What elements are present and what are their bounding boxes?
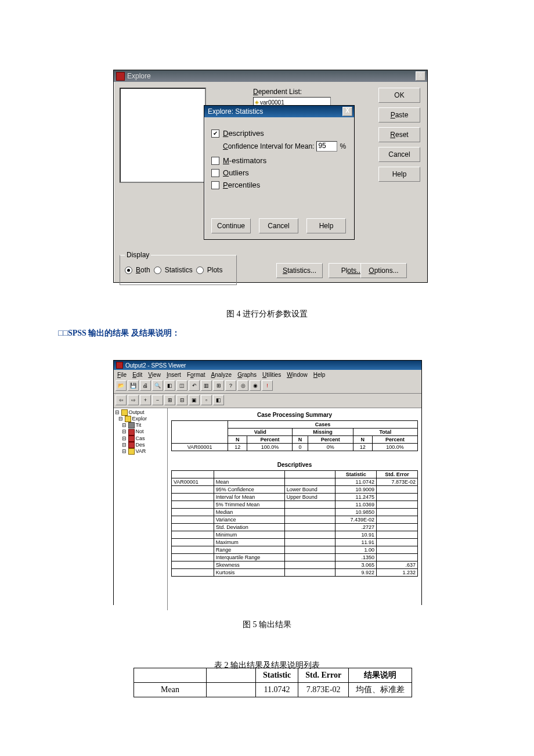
spss-viewer-window: Output2 - SPSS Viewer FileEditViewInsert… (113, 360, 422, 605)
expand-icon[interactable]: ⊞ (164, 395, 175, 405)
menu-edit[interactable]: Edit (132, 372, 142, 378)
ok-button[interactable]: OK (378, 88, 420, 103)
explore-statistics-dialog: Explore: Statistics X Descriptives Confi… (204, 105, 355, 240)
table-row: Range1.00 (172, 546, 418, 554)
arrow-right-icon[interactable]: ⇨ (128, 395, 139, 405)
print-icon[interactable]: 🖨 (140, 380, 151, 391)
case-processing-title: Case Processing Summary (171, 412, 418, 418)
statistics-button[interactable]: Statistics... (276, 263, 323, 278)
open-icon[interactable]: 📂 (116, 380, 127, 391)
dialog-recall-icon[interactable]: ◫ (176, 380, 187, 391)
menu-analyze[interactable]: Analyze (211, 372, 232, 378)
radio-statistics-label: Statistics (165, 266, 193, 274)
section-heading: □□SPSS 输出的结果 及结果说明： (58, 328, 180, 339)
close-icon[interactable]: X (416, 71, 425, 81)
sub-dialog-titlebar: Explore: Statistics X (204, 106, 354, 117)
radio-both-label: Both (136, 266, 150, 274)
checkbox-m-estimators[interactable] (211, 157, 219, 165)
table-row: Minimum10.91 (172, 531, 418, 539)
menu-help[interactable]: Help (313, 372, 326, 378)
hide-icon[interactable]: ▫ (201, 395, 212, 405)
table-row: Interval for MeanUpper Bound11.2475 (172, 494, 418, 501)
menu-utilities[interactable]: Utilities (262, 372, 281, 378)
display-legend: Display (125, 251, 151, 259)
checkbox-outliers[interactable] (211, 169, 219, 177)
dependent-item: var00001 (260, 99, 284, 106)
explore-dialog: Explore X Dependent List: ◈ var00001 OK … (113, 70, 428, 283)
tree-item[interactable]: ⊟ Explor (115, 416, 166, 422)
checkbox-percentiles-label: Percentiles (223, 181, 260, 189)
tree-item[interactable]: ⊟ Not (115, 429, 166, 435)
viewer-menubar: FileEditViewInsertFormatAnalyzeGraphsUti… (114, 370, 421, 379)
preview-icon[interactable]: 🔍 (152, 380, 163, 391)
arrow-left-icon[interactable]: ⇦ (116, 395, 127, 405)
viewer-titlebar: Output2 - SPSS Viewer (114, 361, 421, 370)
radio-plots[interactable] (196, 267, 204, 274)
source-variable-list[interactable] (120, 88, 206, 183)
menu-view[interactable]: View (148, 372, 161, 378)
menu-file[interactable]: File (117, 372, 127, 378)
options-button[interactable]: Options... (360, 263, 407, 278)
ci-input[interactable]: 95 (316, 141, 337, 152)
figure-5-caption: 图 5 输出结果 (0, 620, 534, 630)
undo-icon[interactable]: ↶ (189, 380, 200, 391)
spss-app-icon (116, 72, 125, 81)
sub-cancel-button[interactable]: Cancel (259, 218, 298, 233)
variables-icon[interactable]: ? (225, 380, 236, 391)
reset-button[interactable]: Reset (378, 127, 420, 142)
table-row: Mean 11.0742 7.873E-02 均值、标准差 (134, 683, 412, 697)
menu-window[interactable]: Window (287, 372, 308, 378)
descriptives-table: Statistic Std. Error VAR00001Mean11.0742… (171, 470, 418, 577)
export-icon[interactable]: ◧ (164, 380, 175, 391)
radio-plots-label: Plots (207, 266, 223, 274)
demote-icon[interactable]: − (152, 395, 163, 405)
ci-percent: % (340, 142, 346, 150)
radio-statistics[interactable] (154, 267, 161, 274)
spss-app-icon (116, 362, 123, 369)
sub-help-button[interactable]: Help (306, 218, 346, 233)
tree-item[interactable]: ⊟ VAR (115, 448, 166, 455)
cancel-button[interactable]: Cancel (378, 147, 420, 162)
dialog-titlebar: Explore X (114, 70, 427, 82)
goto-data-icon[interactable]: ▥ (201, 380, 212, 391)
checkbox-percentiles[interactable] (211, 181, 219, 189)
tree-item[interactable]: ⊟ Tit (115, 422, 166, 429)
insert-heading-icon[interactable]: ◧ (213, 395, 224, 405)
menu-graphs[interactable]: Graphs (237, 372, 257, 378)
save-icon[interactable]: 💾 (128, 380, 139, 391)
sub-dialog-title: Explore: Statistics (208, 107, 263, 116)
tree-item[interactable]: ⊟ Cas (115, 435, 166, 442)
tree-item[interactable]: ⊟ Des (115, 442, 166, 448)
radio-both[interactable] (125, 267, 132, 274)
insert-icon[interactable]: ◉ (250, 380, 261, 391)
output-content: Case Processing Summary Cases Valid Miss… (168, 408, 421, 610)
table-row: VAR00001Mean11.07427.873E-02 (172, 478, 418, 486)
show-icon[interactable]: ▣ (189, 395, 200, 405)
tree-item[interactable]: ⊟ Output (115, 409, 166, 416)
table-row: Maximum11.91 (172, 539, 418, 546)
table-row: Median10.9850 (172, 509, 418, 516)
case-processing-table: Cases Valid Missing Total NPercent NPerc… (171, 420, 418, 451)
results-explanation-table: Statistic Std. Error 结果说明 Mean 11.0742 7… (134, 668, 412, 697)
promote-icon[interactable]: + (140, 395, 151, 405)
checkbox-m-estimators-label: M-estimators (223, 156, 266, 165)
menu-format[interactable]: Format (187, 372, 205, 378)
select-last-icon[interactable]: ! (262, 380, 273, 391)
viewer-toolbar-1: 📂 💾 🖨 🔍 ◧ ◫ ↶ ▥ ⊞ ? ◎ ◉ ! (114, 379, 421, 394)
menu-insert[interactable]: Insert (167, 372, 181, 378)
checkbox-outliers-label: Outliers (223, 168, 249, 177)
dialog-title: Explore (127, 72, 151, 80)
continue-button[interactable]: Continue (211, 218, 251, 233)
outline-tree[interactable]: ⊟ Output⊟ Explor⊟ Tit⊟ Not⊟ Cas⊟ Des⊟ VA… (114, 408, 168, 610)
paste-button[interactable]: Paste (378, 107, 420, 123)
checkbox-descriptives[interactable] (211, 129, 219, 138)
goto-case-icon[interactable]: ⊞ (213, 380, 224, 391)
collapse-icon[interactable]: ⊟ (176, 395, 187, 405)
help-button[interactable]: Help (378, 167, 420, 182)
find-icon[interactable]: ◎ (237, 380, 248, 391)
dependent-list-label: Dependent List: (253, 88, 302, 96)
table-row: 95% ConfidenceLower Bound10.9009 (172, 486, 418, 494)
display-groupbox: Display Both Statistics Plots (120, 255, 237, 285)
close-icon[interactable]: X (342, 107, 352, 116)
checkbox-descriptives-label: Descriptives (223, 129, 264, 138)
